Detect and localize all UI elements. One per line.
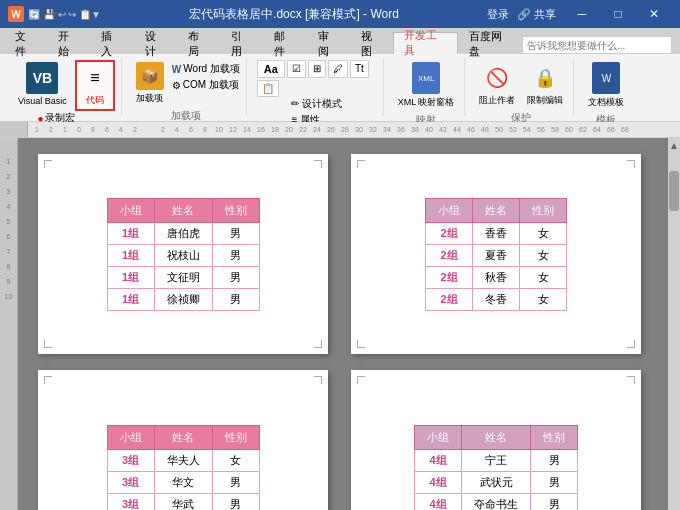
tab-insert[interactable]: 插入 bbox=[90, 32, 133, 54]
block-icon: 🚫 bbox=[483, 62, 511, 94]
tab-row: 文件 开始 插入 设计 布局 引用 邮件 审阅 视图 开发工具 百度网盘 bbox=[0, 28, 680, 54]
close-button[interactable]: ✕ bbox=[636, 0, 672, 28]
table-row: 1组 祝枝山 男 bbox=[107, 244, 259, 266]
block-label: 阻止作者 bbox=[479, 94, 515, 107]
table-row: 4组 武状元 男 bbox=[415, 471, 578, 493]
share-link[interactable]: 🔗 共享 bbox=[517, 7, 556, 22]
window-title: 宏代码表格居中.docx [兼容模式] - Word bbox=[101, 6, 487, 23]
cell-group: 1组 bbox=[107, 222, 154, 244]
maximize-button[interactable]: □ bbox=[600, 0, 636, 28]
page-3: 小组 姓名 性别 3组 华夫人 女 3组 华文 男 bbox=[38, 370, 328, 510]
design-mode-button[interactable]: ✏ 设计模式 bbox=[291, 97, 342, 111]
tab-view[interactable]: 视图 bbox=[350, 32, 393, 54]
table-row: 3组 华文 男 bbox=[107, 471, 259, 493]
ribbon-search-input[interactable] bbox=[522, 36, 672, 54]
table3-header-name: 姓名 bbox=[154, 425, 212, 449]
corner-tl bbox=[44, 376, 52, 384]
com-addin-button[interactable]: ⚙ COM 加载项 bbox=[172, 78, 240, 92]
cell-gender: 男 bbox=[531, 449, 578, 471]
table4-header-name: 姓名 bbox=[462, 425, 531, 449]
doc-template-button[interactable]: W 文档模板 bbox=[584, 60, 628, 111]
ruler-marks: 121 086 42 246 81012 141618 202224 26283… bbox=[30, 126, 632, 133]
corner-br bbox=[314, 340, 322, 348]
ribbon-group-protection: 🚫 阻止作者 🔒 限制编辑 保护 bbox=[469, 58, 574, 116]
control-3[interactable]: ⊞ bbox=[308, 60, 326, 78]
ribbon: VB Visual Basic ≡ 代码 ● 录制宏 ⏸ 暂停录制 🔒 宏安全性… bbox=[0, 54, 680, 122]
cell-name: 宁王 bbox=[462, 449, 531, 471]
control-4[interactable]: 🖊 bbox=[328, 60, 348, 78]
corner-tr bbox=[627, 160, 635, 168]
tab-layout[interactable]: 布局 bbox=[177, 32, 220, 54]
tab-references[interactable]: 引用 bbox=[220, 32, 263, 54]
vertical-scrollbar[interactable]: ▲ ▼ bbox=[668, 138, 680, 510]
control-6[interactable]: 📋 bbox=[257, 80, 279, 97]
word-addin-button[interactable]: W Word 加载项 bbox=[172, 62, 240, 76]
table-row: 3组 华夫人 女 bbox=[107, 449, 259, 471]
cell-gender: 女 bbox=[212, 449, 259, 471]
minimize-button[interactable]: ─ bbox=[564, 0, 600, 28]
tab-developer[interactable]: 开发工具 bbox=[393, 32, 457, 54]
table-row: 4组 宁王 男 bbox=[415, 449, 578, 471]
title-bar-left: W 🔄 💾 ↩ ↪ 📋▼ bbox=[8, 6, 101, 22]
scroll-thumb[interactable] bbox=[669, 171, 679, 211]
table-row: 2组 香香 女 bbox=[426, 222, 567, 244]
horizontal-ruler: 121 086 42 246 81012 141618 202224 26283… bbox=[0, 122, 680, 138]
control-2[interactable]: ☑ bbox=[287, 60, 306, 78]
addins-button[interactable]: 📦 加载项 bbox=[132, 60, 168, 107]
vertical-ruler: 12345 678910 bbox=[0, 138, 18, 510]
table2-header-name: 姓名 bbox=[473, 198, 520, 222]
cell-group: 3组 bbox=[107, 449, 154, 471]
code-icon: ≡ bbox=[81, 64, 109, 92]
tab-design[interactable]: 设计 bbox=[134, 32, 177, 54]
cell-name: 香香 bbox=[473, 222, 520, 244]
vb-label: Visual Basic bbox=[18, 96, 67, 106]
cell-gender: 男 bbox=[212, 266, 259, 288]
tab-home[interactable]: 开始 bbox=[47, 32, 90, 54]
tab-mailings[interactable]: 邮件 bbox=[263, 32, 306, 54]
table2-header-group: 小组 bbox=[426, 198, 473, 222]
cell-name: 徐祯卿 bbox=[154, 288, 212, 310]
ribbon-group-mapping: XML XML 映射窗格 映射 bbox=[388, 58, 466, 116]
table-row: 1组 唐伯虎 男 bbox=[107, 222, 259, 244]
table1-header-group: 小组 bbox=[107, 198, 154, 222]
table3-header-group: 小组 bbox=[107, 425, 154, 449]
code-label: 代码 bbox=[86, 94, 104, 107]
cell-gender: 男 bbox=[212, 222, 259, 244]
restrict-edit-button[interactable]: 🔒 限制编辑 bbox=[523, 60, 567, 109]
title-bar-right: 登录 🔗 共享 ─ □ ✕ bbox=[487, 0, 672, 28]
tab-file[interactable]: 文件 bbox=[4, 32, 47, 54]
corner-bl bbox=[357, 340, 365, 348]
corner-tr bbox=[314, 376, 322, 384]
ribbon-group-template: W 文档模板 模板 bbox=[578, 58, 634, 116]
cell-name: 夺命书生 bbox=[462, 493, 531, 510]
table2-header-gender: 性别 bbox=[520, 198, 567, 222]
cell-name: 华武 bbox=[154, 493, 212, 510]
page-1: 小组 姓名 性别 1组 唐伯虎 男 1组 祝枝山 男 bbox=[38, 154, 328, 354]
cell-name: 冬香 bbox=[473, 288, 520, 310]
xml-label: XML 映射窗格 bbox=[398, 96, 455, 109]
visual-basic-button[interactable]: VB Visual Basic bbox=[14, 60, 71, 108]
tab-baidu[interactable]: 百度网盘 bbox=[458, 32, 522, 54]
cell-gender: 女 bbox=[520, 222, 567, 244]
cell-name: 华夫人 bbox=[154, 449, 212, 471]
table1-header-name: 姓名 bbox=[154, 198, 212, 222]
window-controls: ─ □ ✕ bbox=[564, 0, 672, 28]
tab-review[interactable]: 审阅 bbox=[307, 32, 350, 54]
restrict-icon: 🔒 bbox=[531, 62, 559, 94]
app-icon: W bbox=[8, 6, 24, 22]
cell-name: 夏香 bbox=[473, 244, 520, 266]
cell-group: 2组 bbox=[426, 244, 473, 266]
table3-header-gender: 性别 bbox=[212, 425, 259, 449]
xml-mapping-button[interactable]: XML XML 映射窗格 bbox=[394, 60, 459, 111]
cell-gender: 男 bbox=[531, 471, 578, 493]
block-authors-button[interactable]: 🚫 阻止作者 bbox=[475, 60, 519, 109]
table4-header-gender: 性别 bbox=[531, 425, 578, 449]
cell-group: 1组 bbox=[107, 244, 154, 266]
table4-header-group: 小组 bbox=[415, 425, 462, 449]
aa-control[interactable]: Aa bbox=[257, 60, 285, 78]
login-link[interactable]: 登录 bbox=[487, 7, 509, 22]
code-button[interactable]: ≡ 代码 bbox=[75, 60, 115, 111]
control-5[interactable]: Tt bbox=[350, 60, 369, 78]
addins-label: 加载项 bbox=[136, 92, 163, 105]
table-row: 1组 文征明 男 bbox=[107, 266, 259, 288]
